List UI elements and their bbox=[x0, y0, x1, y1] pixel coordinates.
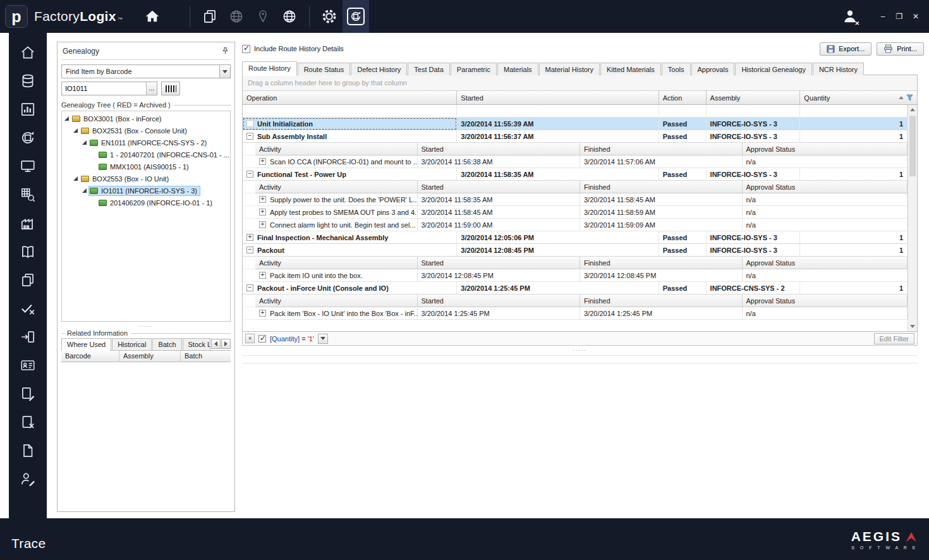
sidebar-item-work-instructions[interactable] bbox=[17, 384, 39, 403]
expanded-triangle-icon[interactable] bbox=[64, 116, 69, 121]
operation-row[interactable]: Functional Test - Power Up 3/20/2014 11:… bbox=[243, 168, 908, 181]
column-header-started[interactable]: Started bbox=[457, 91, 659, 105]
tab-approvals[interactable]: Approvals bbox=[691, 63, 735, 75]
sidebar-item-production[interactable] bbox=[17, 71, 39, 90]
sidebar-item-factory[interactable] bbox=[17, 214, 39, 233]
operation-row[interactable]: Sub Assembly Install 3/20/2014 11:56:37 … bbox=[243, 130, 908, 143]
auto-filter-row[interactable] bbox=[243, 105, 908, 118]
column-header-activity[interactable]: Activity bbox=[255, 143, 418, 155]
filter-expression[interactable]: [Quantity] = '1' bbox=[270, 335, 314, 343]
expanded-triangle-icon[interactable] bbox=[73, 128, 78, 133]
column-header-activity[interactable]: Activity bbox=[255, 181, 418, 193]
tab-scroll-left-icon[interactable] bbox=[211, 339, 221, 349]
tab-historical-genealogy[interactable]: Historical Genealogy bbox=[735, 63, 812, 75]
tree-node[interactable]: EN1011 (INFORCE-CNS-SYS - 2) bbox=[62, 137, 230, 149]
column-header-activity[interactable]: Activity bbox=[255, 257, 418, 269]
tab-material-history[interactable]: Material History bbox=[539, 63, 600, 75]
maximize-button[interactable]: ❐ bbox=[891, 8, 908, 25]
minimize-button[interactable]: – bbox=[875, 8, 891, 25]
tab-route-status[interactable]: Route Status bbox=[298, 63, 351, 75]
expand-icon[interactable] bbox=[259, 158, 266, 165]
collapse-icon[interactable] bbox=[246, 171, 253, 178]
tab-where-used[interactable]: Where Used bbox=[61, 338, 111, 351]
include-details-checkbox[interactable] bbox=[242, 45, 250, 53]
tab-route-history[interactable]: Route History bbox=[242, 61, 297, 76]
scan-barcode-button[interactable] bbox=[161, 82, 180, 95]
panel-splitter[interactable]: ..... bbox=[61, 322, 231, 329]
filter-dropdown-icon[interactable] bbox=[318, 334, 328, 344]
sidebar-item-documents[interactable] bbox=[17, 271, 39, 289]
tab-ncr-history[interactable]: NCR History bbox=[813, 63, 864, 75]
sidebar-item-operator-signoff[interactable] bbox=[17, 470, 39, 489]
tab-parametric[interactable]: Parametric bbox=[451, 63, 497, 75]
sidebar-item-home[interactable] bbox=[17, 43, 39, 62]
expand-icon[interactable] bbox=[259, 209, 266, 216]
operation-row[interactable]: Packout - inForce Unit (Console and IO) … bbox=[243, 282, 908, 295]
expanded-triangle-icon[interactable] bbox=[73, 176, 78, 181]
column-header-action[interactable]: Action bbox=[659, 91, 707, 105]
tree-node[interactable]: BOX3001 (Box - inForce) bbox=[62, 113, 230, 125]
scroll-up-icon[interactable] bbox=[908, 105, 917, 114]
tab-tools[interactable]: Tools bbox=[662, 63, 691, 75]
column-header-started[interactable]: Started bbox=[418, 295, 581, 307]
sidebar-item-document-cancel[interactable] bbox=[17, 413, 39, 432]
sidebar-item-badge[interactable] bbox=[17, 356, 39, 375]
close-button[interactable]: ✕ bbox=[908, 8, 924, 25]
operation-row[interactable]: Unit Initialization 3/20/2014 11:55:39 A… bbox=[243, 118, 908, 130]
activity-row[interactable]: Connect alarm light to unit. Begin test … bbox=[243, 219, 908, 231]
network-globe-button[interactable] bbox=[223, 0, 250, 33]
column-header-approval-status[interactable]: Approval Status bbox=[743, 181, 908, 193]
activity-row[interactable]: Apply test probes to SMEMA OUT pins 3 an… bbox=[243, 206, 908, 219]
sidebar-item-trace[interactable] bbox=[17, 128, 39, 147]
home-button[interactable] bbox=[139, 0, 166, 33]
export-button[interactable]: Export... bbox=[820, 42, 871, 56]
tab-test-data[interactable]: Test Data bbox=[408, 63, 449, 75]
activity-row[interactable]: Pack item IO unit into the box. 3/20/201… bbox=[243, 269, 908, 282]
expanded-triangle-icon[interactable] bbox=[82, 140, 87, 145]
documents-button[interactable] bbox=[197, 0, 223, 33]
activity-row[interactable]: Pack item 'Box - IO Unit' into the Box '… bbox=[243, 307, 908, 320]
collapse-icon[interactable] bbox=[246, 284, 253, 291]
column-header-approval-status[interactable]: Approval Status bbox=[743, 143, 908, 155]
tab-kitted-materials[interactable]: Kitted Materials bbox=[600, 63, 661, 75]
expanded-triangle-icon[interactable] bbox=[82, 188, 87, 193]
column-header-assembly[interactable]: Assembly bbox=[707, 91, 801, 105]
location-pin-button[interactable] bbox=[250, 0, 276, 33]
tab-defect-history[interactable]: Defect History bbox=[351, 63, 407, 75]
edit-filter-button[interactable]: Edit Filter bbox=[874, 333, 914, 344]
sidebar-item-library[interactable] bbox=[17, 242, 39, 261]
panel-splitter[interactable]: ..... bbox=[242, 346, 918, 353]
user-logout-button[interactable]: ✕ bbox=[837, 0, 863, 33]
column-header-finished[interactable]: Finished bbox=[580, 257, 743, 269]
barcode-input[interactable] bbox=[61, 82, 157, 95]
pin-icon[interactable] bbox=[221, 47, 229, 55]
column-header-finished[interactable]: Finished bbox=[580, 181, 743, 193]
operation-row[interactable]: Packout 3/20/2014 12:08:45 PM Passed INF… bbox=[243, 244, 908, 257]
settings-button[interactable] bbox=[316, 0, 343, 33]
sidebar-item-station-monitor[interactable] bbox=[17, 157, 39, 176]
filter-enabled-checkbox[interactable] bbox=[258, 335, 266, 343]
column-header-activity[interactable]: Activity bbox=[255, 295, 418, 307]
column-header-finished[interactable]: Finished bbox=[580, 143, 743, 155]
tab-materials[interactable]: Materials bbox=[497, 63, 538, 75]
activity-row[interactable]: Scan IO CCA (INFORCE-IO-01) and mount to… bbox=[243, 155, 908, 168]
tree-node[interactable]: 201406209 (INFORCE-IO-01 - 1) bbox=[62, 197, 230, 209]
column-header-barcode[interactable]: Barcode bbox=[61, 351, 119, 362]
scroll-down-icon[interactable] bbox=[908, 322, 917, 331]
column-header-quantity[interactable]: Quantity bbox=[800, 91, 917, 105]
column-header-started[interactable]: Started bbox=[418, 143, 581, 155]
trace-tool-button[interactable] bbox=[343, 0, 369, 33]
expand-icon[interactable] bbox=[259, 221, 266, 228]
column-header-finished[interactable]: Finished bbox=[580, 295, 743, 307]
column-header-started[interactable]: Started bbox=[418, 181, 581, 193]
operation-row[interactable]: Final Inspection - Mechanical Assembly 3… bbox=[243, 231, 908, 244]
column-header-started[interactable]: Started bbox=[418, 257, 581, 269]
sidebar-item-receiving[interactable] bbox=[17, 327, 39, 346]
browse-ellipsis-button[interactable]: ... bbox=[146, 82, 157, 95]
sidebar-item-reports[interactable] bbox=[17, 100, 39, 119]
tab-stock-locations[interactable]: Stock Lo bbox=[183, 338, 210, 350]
clear-filter-icon[interactable] bbox=[245, 334, 255, 343]
print-button[interactable]: Print... bbox=[877, 42, 924, 56]
tree-node-selected[interactable]: IO1011 (INFORCE-IO-SYS - 3) bbox=[62, 185, 230, 197]
tree-node[interactable]: MMX1001 (AIS90015 - 1) bbox=[62, 161, 230, 173]
